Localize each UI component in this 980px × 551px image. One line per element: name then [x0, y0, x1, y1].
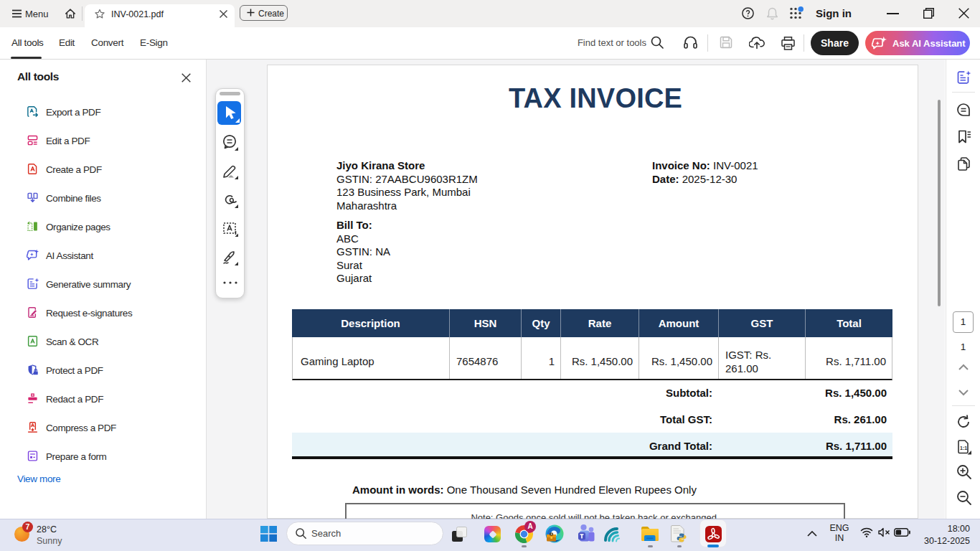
svg-text:1:1: 1:1	[960, 446, 967, 451]
